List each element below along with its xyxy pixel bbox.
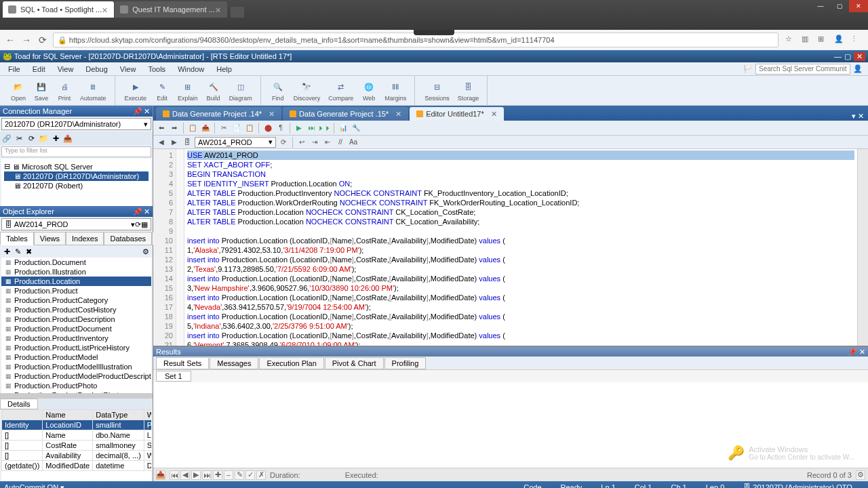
cancel-icon[interactable]: ✗ [256, 470, 266, 480]
export-icon[interactable]: 📤 [62, 133, 73, 144]
back-icon[interactable]: ⬅ [156, 123, 167, 134]
run-step-icon[interactable]: ⏭ [307, 123, 317, 134]
menu-debug[interactable]: Debug [80, 64, 113, 75]
nav-reload[interactable]: ⟳ [37, 34, 49, 46]
rtab-pivot[interactable]: Pivot & Chart [325, 357, 384, 369]
del-row-icon[interactable]: − [224, 470, 233, 480]
app-maximize[interactable]: ▢ [844, 52, 851, 61]
wrap-icon[interactable]: ↩ [296, 137, 307, 148]
res-set-1[interactable]: Set 1 [156, 371, 191, 382]
menu-window[interactable]: Window [172, 64, 210, 75]
tree-node-conn1[interactable]: 🖥201207D (DR1207D\Administrator) [4, 171, 149, 181]
last-icon[interactable]: ⏭ [202, 470, 212, 480]
pin-icon[interactable]: 📌 [133, 207, 142, 216]
vertical-scrollbar[interactable] [857, 149, 868, 346]
rtab-msg[interactable]: Messages [210, 357, 258, 369]
send-icon[interactable]: 📤 [200, 123, 211, 134]
next-icon[interactable]: ▶ [191, 470, 201, 480]
close-panel-icon[interactable]: ✕ [144, 207, 150, 216]
browser-tab-2[interactable]: Quest IT Management ...✕ [115, 1, 226, 18]
oe-edit-icon[interactable]: ✎ [12, 246, 23, 257]
add-icon[interactable]: ✚ [50, 133, 61, 144]
refresh-db-icon[interactable]: ⟳ [278, 137, 289, 148]
tb-compare[interactable]: ⇄Compare [324, 78, 357, 103]
splitter-horizontal[interactable] [0, 393, 153, 399]
sb-autocommit[interactable]: AutoCommit ON ▾ [4, 483, 64, 489]
tb-find[interactable]: 🔍Find [267, 78, 290, 103]
menu-help[interactable]: Help [211, 64, 237, 75]
fold-gutter[interactable] [176, 149, 184, 346]
ext2-icon[interactable]: ⊞ [818, 35, 829, 45]
prev-icon[interactable]: ◀ [180, 470, 190, 480]
export-icon[interactable]: 📤 [156, 470, 165, 480]
rtab-sets[interactable]: Result Sets [156, 357, 209, 369]
tb-diagram[interactable]: ◫Diagram [225, 78, 256, 103]
col-tab-details[interactable]: Details [0, 399, 38, 409]
rtab-plan[interactable]: Execution Plan [259, 357, 323, 369]
pin-icon[interactable]: 📌 [133, 107, 142, 116]
app-minimize[interactable]: — [834, 52, 842, 61]
tb-save[interactable]: 💾Save [30, 78, 53, 103]
tb-execute[interactable]: ▶Execute [121, 78, 151, 103]
copy-icon[interactable]: 📄 [231, 123, 242, 134]
tree-node-root[interactable]: ⊟🖥Microsoft SQL Server [4, 161, 149, 171]
tb-web[interactable]: 🌐Web [357, 78, 380, 103]
tb-automate[interactable]: 🗎Automate [76, 78, 111, 103]
upper-icon[interactable]: Aa [348, 137, 359, 148]
browser-tab-1[interactable]: SQL • Toad • Spotlight ...✕ [3, 1, 114, 18]
opts-icon[interactable]: ⚙ [856, 470, 865, 480]
db-select[interactable]: AW2014_PROD▾ [195, 137, 276, 148]
skytap-handle[interactable] [414, 30, 454, 35]
cut-icon[interactable]: ✂ [218, 123, 229, 134]
doc-tab-opts[interactable]: ▾ ✕ [848, 112, 868, 121]
tb-edit[interactable]: ✎Edit [151, 78, 174, 103]
first-icon[interactable]: ⏮ [170, 470, 179, 480]
comment-icon[interactable]: // [335, 137, 346, 148]
column-grid[interactable]: NameDataTypeWS_DescriptionIdentityLocati… [1, 409, 151, 481]
connect-icon[interactable]: 🔗 [1, 133, 12, 144]
menu-tools[interactable]: Tools [142, 64, 171, 75]
oe-db-select[interactable]: 🗄 AW2014_PROD▾⟳▦ [1, 218, 151, 230]
doc-tab-2[interactable]: Data Generate Project .15*✕ [283, 107, 408, 121]
paste-icon[interactable]: 📋 [244, 123, 255, 134]
filter-icon[interactable]: ▦ [141, 220, 148, 229]
oe-item[interactable]: Production.ProductPhoto [1, 381, 151, 390]
tb-storage[interactable]: 🗄Storage [454, 78, 484, 103]
oe-item[interactable]: Production.ProductInventory [1, 333, 151, 343]
close-icon[interactable]: ✕ [859, 348, 865, 356]
oe-tab-indexes[interactable]: Indexes [66, 232, 104, 245]
commit-icon[interactable]: ✓ [245, 470, 255, 480]
window-maximize[interactable]: ▢ [830, 0, 849, 12]
nav-fwd-icon[interactable]: ▶ [169, 137, 180, 148]
conn-filter[interactable]: Type to filter list [1, 146, 151, 157]
run-all-icon[interactable]: ⏵⏵ [319, 123, 330, 134]
menu-file[interactable]: File [3, 64, 26, 75]
tb-margins[interactable]: ⅡⅡMargins [380, 78, 410, 103]
oe-tab-views[interactable]: Views [34, 232, 66, 245]
oe-item[interactable]: Production.ProductListPriceHistory [1, 343, 151, 352]
close-icon[interactable]: ✕ [491, 110, 497, 119]
app-close[interactable]: ✕ [854, 52, 865, 61]
close-tab-icon[interactable]: ✕ [102, 6, 108, 13]
oe-item[interactable]: Production.ProductDocument [1, 324, 151, 333]
folder-icon[interactable]: 📁 [38, 133, 49, 144]
close-icon[interactable]: ✕ [269, 110, 275, 119]
tb-sessions[interactable]: ⊟Sessions [420, 78, 454, 103]
menu-view[interactable]: View [52, 64, 79, 75]
format-icon[interactable]: ¶ [275, 123, 286, 134]
oe-item[interactable]: Production.Location [1, 277, 151, 286]
window-close[interactable]: ✕ [849, 0, 868, 12]
code-content[interactable]: USE AW2014_PRODSET XACT_ABORT OFF;BEGIN … [184, 149, 857, 346]
disconnect-icon[interactable]: ✂ [14, 133, 24, 144]
oe-tab-databases[interactable]: Databases [104, 232, 152, 245]
oe-new-icon[interactable]: ✚ [1, 246, 12, 257]
oe-opts-icon[interactable]: ⚙ [140, 246, 151, 257]
search-community-input[interactable] [755, 64, 850, 75]
oe-item[interactable]: Production.ProductCostHistory [1, 305, 151, 314]
add-row-icon[interactable]: ✚ [213, 470, 222, 480]
outdent-icon[interactable]: ⇤ [322, 137, 333, 148]
tb-explain[interactable]: ⊞Explain [174, 78, 202, 103]
star-icon[interactable]: ☆ [785, 35, 796, 45]
nav-back-icon[interactable]: ◀ [156, 137, 167, 148]
oe-item[interactable]: Production.Illustration [1, 267, 151, 277]
